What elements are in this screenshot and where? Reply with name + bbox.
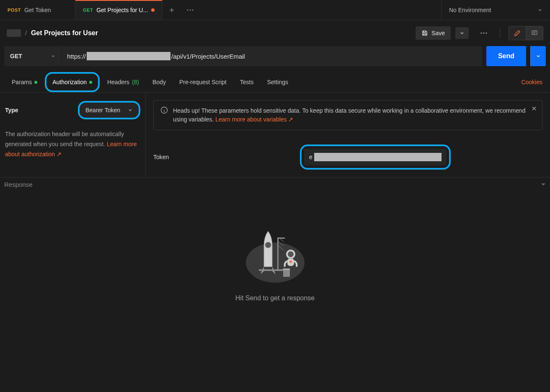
close-banner-button[interactable] — [531, 106, 537, 111]
auth-description: The authorization header will be automat… — [5, 129, 140, 159]
comment-icon-button[interactable] — [526, 26, 543, 40]
tab-label: Authorization — [52, 79, 87, 85]
environment-selector[interactable]: No Environment — [441, 0, 550, 20]
token-row: Token e — [153, 144, 542, 170]
svg-rect-6 — [532, 31, 537, 35]
response-label: Response — [4, 181, 33, 188]
environment-label: No Environment — [449, 7, 491, 13]
auth-desc-text: The authorization header will be automat… — [5, 131, 124, 147]
response-placeholder-text: Hit Send to get a response — [235, 294, 315, 302]
tabs-bar: POST Get Token GET Get Projects for U...… — [0, 0, 550, 20]
indicator-dot-icon — [34, 81, 37, 84]
chevron-down-icon — [537, 8, 542, 13]
svg-point-1 — [190, 9, 191, 10]
svg-point-4 — [483, 33, 485, 34]
svg-point-16 — [289, 260, 292, 263]
tab-get-token[interactable]: POST Get Token — [0, 0, 75, 20]
caret-down-icon — [541, 183, 546, 187]
cookies-link[interactable]: Cookies — [519, 74, 544, 90]
method-badge: GET — [83, 8, 93, 13]
indicator-dot-icon — [89, 81, 92, 84]
svg-point-14 — [288, 251, 294, 257]
svg-point-2 — [192, 9, 194, 10]
svg-point-9 — [265, 242, 271, 248]
tab-label: Settings — [267, 79, 288, 85]
more-actions-button[interactable] — [476, 29, 491, 37]
svg-point-3 — [481, 33, 482, 34]
svg-rect-11 — [277, 237, 279, 270]
auth-type-value: Bearer Token — [85, 107, 120, 113]
url-suffix: /api/v1/Projects/UserEmail — [171, 53, 245, 60]
request-title: Get Projects for User — [31, 29, 98, 37]
edit-icon-button[interactable] — [509, 26, 526, 40]
new-tab-button[interactable] — [163, 0, 181, 20]
save-icon — [421, 30, 428, 36]
headers-count: (8) — [132, 79, 139, 85]
token-label: Token — [153, 154, 300, 160]
svg-point-5 — [486, 33, 487, 34]
tab-get-projects[interactable]: GET Get Projects for U... — [75, 0, 163, 20]
right-icon-group — [509, 26, 543, 40]
tab-label: Get Token — [24, 7, 51, 13]
tab-params[interactable]: Params — [6, 74, 43, 90]
send-button[interactable]: Send — [486, 46, 526, 66]
svg-rect-10 — [259, 269, 284, 271]
breadcrumb-separator: / — [25, 30, 27, 36]
response-header[interactable]: Response — [0, 178, 550, 191]
response-body: Hit Send to get a response — [0, 191, 550, 335]
request-row: GET https:///api/v1/Projects/UserEmail S… — [0, 46, 550, 72]
method-badge: POST — [8, 8, 21, 13]
info-icon — [160, 106, 168, 124]
svg-rect-17 — [283, 270, 290, 277]
tab-label: Get Projects for U... — [96, 7, 148, 13]
token-input[interactable]: e — [304, 149, 447, 165]
tab-authorization[interactable]: Authorization — [45, 72, 100, 92]
url-input[interactable]: https:///api/v1/Projects/UserEmail — [62, 46, 482, 66]
method-select[interactable]: GET — [4, 46, 62, 66]
chevron-down-icon — [51, 54, 56, 59]
svg-point-0 — [187, 9, 188, 10]
tab-label: Pre-request Script — [179, 79, 227, 85]
request-tabs: Params Authorization Headers (8) Body Pr… — [0, 72, 550, 93]
tab-label: Headers — [107, 79, 129, 85]
learn-more-variables-link[interactable]: Learn more about variables ↗ — [215, 116, 293, 123]
auth-left-panel: Type Bearer Token The authorization head… — [0, 93, 146, 177]
tab-overflow-button[interactable] — [181, 0, 199, 20]
tab-label: Params — [12, 79, 32, 85]
chevron-down-icon — [128, 108, 133, 113]
save-label: Save — [431, 30, 445, 36]
url-redacted-segment — [87, 52, 170, 60]
save-button[interactable]: Save — [416, 26, 451, 40]
collection-tag — [7, 29, 21, 37]
tab-label: Tests — [240, 79, 254, 85]
response-placeholder-illustration — [244, 225, 307, 284]
tab-headers[interactable]: Headers (8) — [101, 74, 145, 90]
tab-tests[interactable]: Tests — [234, 74, 260, 90]
token-field-highlight: e — [300, 144, 451, 170]
auth-type-label: Type — [5, 107, 18, 113]
info-text: Heads up! These parameters hold sensitiv… — [173, 106, 535, 124]
tab-settings[interactable]: Settings — [261, 74, 294, 90]
url-prefix: https:// — [67, 53, 86, 60]
save-dropdown-button[interactable] — [455, 27, 469, 39]
tab-label: Body — [152, 79, 166, 85]
info-banner: Heads up! These parameters hold sensitiv… — [153, 100, 542, 130]
auth-type-select[interactable]: Bearer Token — [78, 101, 140, 119]
token-redacted-segment — [314, 153, 442, 161]
tab-prerequest[interactable]: Pre-request Script — [173, 74, 232, 90]
svg-rect-18 — [283, 268, 290, 270]
send-dropdown-button[interactable] — [530, 46, 546, 66]
auth-panel: Type Bearer Token The authorization head… — [0, 93, 550, 178]
tab-body[interactable]: Body — [147, 74, 172, 90]
token-value-prefix: e — [309, 154, 312, 160]
method-value: GET — [10, 53, 22, 59]
modified-indicator-icon — [151, 8, 155, 12]
auth-right-panel: Heads up! These parameters hold sensitiv… — [146, 93, 550, 177]
title-row: / Get Projects for User Save — [0, 20, 550, 46]
svg-rect-12 — [277, 237, 285, 239]
